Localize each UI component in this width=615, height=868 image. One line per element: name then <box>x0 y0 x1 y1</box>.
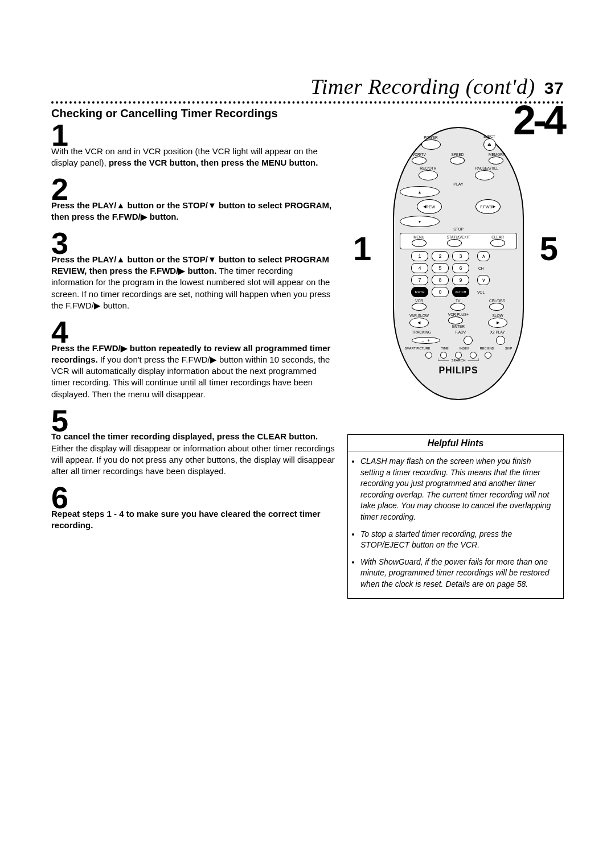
rew-button[interactable]: ◀ REW <box>417 199 442 214</box>
remote-diagram: 1 5 POWER EJECT⏏ VCR/TV SPEED MEMORY <box>347 127 564 412</box>
key-0[interactable]: 0 <box>432 287 449 297</box>
vcrtv-button[interactable] <box>412 157 427 164</box>
smart-button[interactable] <box>425 352 432 359</box>
vol-label: VOL <box>477 290 485 294</box>
tracking-label: TRACKING <box>412 330 431 334</box>
step-body: To cancel the timer recording displayed,… <box>51 431 336 477</box>
tv-label: TV <box>450 299 465 303</box>
steps-column: 1 With the VCR on and in VCR position (t… <box>51 121 336 599</box>
section-title: Timer Recording (cont'd) <box>310 75 535 98</box>
manual-page: Timer Recording (cont'd) 37 Checking or … <box>51 74 564 599</box>
search-bracket: └──── SEARCH ────┘ <box>400 359 517 362</box>
ch-label: CH <box>478 266 483 270</box>
enter-button[interactable] <box>448 316 463 324</box>
pausestill-button[interactable] <box>475 170 494 180</box>
remote-control: POWER EJECT⏏ VCR/TV SPEED MEMORY REC/OTR… <box>393 127 524 400</box>
skip-button[interactable] <box>485 352 491 359</box>
hint-item: CLASH may flash on the screen when you f… <box>360 456 555 523</box>
menu-button[interactable] <box>412 239 427 247</box>
right-column: 1 5 POWER EJECT⏏ VCR/TV SPEED MEMORY <box>347 121 564 599</box>
step-2: 2 Press the PLAY/▲ button or the STOP/▼ … <box>51 175 336 223</box>
step-number: 4 <box>51 318 68 346</box>
key-5[interactable]: 5 <box>432 263 449 273</box>
hint-item: With ShowGuard, if the power fails for m… <box>360 557 555 590</box>
mute-button[interactable]: MUTE <box>411 287 428 297</box>
step-number: 3 <box>51 229 68 257</box>
hints-list: CLASH may flash on the screen when you f… <box>360 456 555 590</box>
dotted-rule <box>51 101 564 104</box>
key-7[interactable]: 7 <box>411 275 428 285</box>
key-6[interactable]: 6 <box>452 263 469 273</box>
eject-button[interactable]: ⏏ <box>483 138 496 151</box>
brand-logo: PHILIPS <box>400 365 517 376</box>
play-button[interactable]: ▲ <box>400 186 440 198</box>
key-2[interactable]: 2 <box>432 251 449 261</box>
hint-item: To stop a started timer recording, press… <box>360 529 555 551</box>
clear-button[interactable] <box>490 239 505 247</box>
altch-button[interactable]: ALT CH <box>452 287 469 297</box>
power-label: POWER <box>421 135 441 139</box>
x2-button[interactable] <box>496 336 505 345</box>
recotr-button[interactable] <box>419 170 438 180</box>
ch-down[interactable]: ∨ <box>477 275 490 285</box>
time-label: TIME <box>441 347 449 350</box>
vcr-button[interactable] <box>412 303 427 311</box>
cbl-button[interactable] <box>489 303 504 311</box>
tracking-button[interactable]: – + <box>412 337 440 344</box>
step-number: 5 <box>51 407 68 435</box>
status-label: STATUS/EXIT <box>447 235 470 239</box>
step-number: 6 <box>51 484 68 512</box>
time-button[interactable] <box>440 352 447 359</box>
tv-button[interactable] <box>450 303 465 311</box>
callout-5: 5 <box>540 229 558 268</box>
key-1[interactable]: 1 <box>411 251 428 261</box>
stop-button[interactable]: ▼ <box>400 216 440 227</box>
varslow-label: VAR.SLOW <box>409 314 429 318</box>
vcrplus-label: VCR PLUS+ <box>448 312 469 316</box>
page-title-row: Timer Recording (cont'd) 37 <box>51 74 564 99</box>
stop-label: STOP <box>400 227 517 231</box>
speed-label: SPEED <box>450 153 465 157</box>
step-body: Press the PLAY/▲ button or the STOP/▼ bu… <box>51 254 336 311</box>
vcr-label: VCR <box>412 299 427 303</box>
varslow-button[interactable]: ◀ <box>409 318 429 328</box>
menu-status-clear-row: MENU STATUS/EXIT CLEAR <box>400 233 517 249</box>
smart-label: SMART PICTURE <box>405 347 430 350</box>
key-3[interactable]: 3 <box>452 251 469 261</box>
memory-label: MEMORY <box>489 153 505 157</box>
fadv-label: F.ADV <box>456 330 466 334</box>
step-number: 2 <box>51 175 68 203</box>
ffwd-button[interactable]: F.FWD ▶ <box>475 199 501 214</box>
status-button[interactable] <box>447 239 462 247</box>
step-body: With the VCR on and in VCR position (the… <box>51 146 336 169</box>
subsection-heading: Checking or Cancelling Timer Recordings <box>51 107 564 120</box>
speed-button[interactable] <box>450 157 465 164</box>
memory-button[interactable] <box>489 157 503 164</box>
step-number: 1 <box>51 121 68 149</box>
key-9[interactable]: 9 <box>452 275 469 285</box>
hints-title: Helpful Hints <box>348 435 563 451</box>
key-4[interactable]: 4 <box>411 263 428 273</box>
subhead-row: Checking or Cancelling Timer Recordings … <box>51 107 564 120</box>
step-1: 1 With the VCR on and in VCR position (t… <box>51 121 336 168</box>
search-dots <box>400 352 517 359</box>
two-column-layout: 1 With the VCR on and in VCR position (t… <box>51 121 564 599</box>
helpful-hints-box: Helpful Hints CLASH may flash on the scr… <box>347 434 564 599</box>
step-5: 5 To cancel the timer recording displaye… <box>51 407 336 478</box>
key-8[interactable]: 8 <box>432 275 449 285</box>
recend-button[interactable] <box>470 352 477 359</box>
step-body: Repeat steps 1 - 4 to make sure you have… <box>51 508 336 532</box>
slow-button[interactable]: ▶ <box>488 318 507 328</box>
index-button[interactable] <box>455 352 462 359</box>
x2-label: X2 PLAY <box>490 330 505 334</box>
ch-up[interactable]: ∧ <box>477 251 490 261</box>
step-4: 4 Press the F.FWD/▶ button repeatedly to… <box>51 318 336 400</box>
vcrtv-label: VCR/TV <box>412 153 427 157</box>
menu-label: MENU <box>412 235 427 239</box>
fadv-button[interactable] <box>464 336 473 345</box>
recend-label: REC END <box>480 347 494 350</box>
cbl-label: CBL/DBS <box>489 299 505 303</box>
slow-label: SLOW <box>488 314 507 318</box>
power-button[interactable] <box>421 139 441 150</box>
index-label: INDEX <box>460 347 469 350</box>
